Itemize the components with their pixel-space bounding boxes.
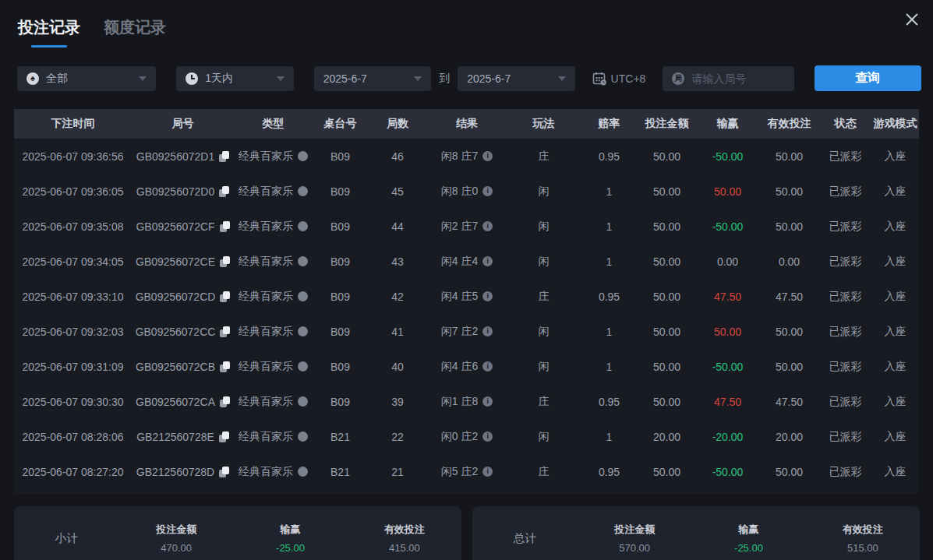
copy-icon[interactable] xyxy=(220,256,230,267)
date-to-picker[interactable]: 2025-6-7 xyxy=(458,66,574,91)
cell-play-text: 庄 xyxy=(539,150,550,164)
total-valid-bet-value: 515.00 xyxy=(806,542,920,554)
cell-round_id: GB09256072CB xyxy=(132,361,234,373)
cell-play: 庄 xyxy=(507,150,581,164)
tab-quota-records[interactable]: 额度记录 xyxy=(104,17,166,48)
cell-type: 经典百家乐 xyxy=(234,290,313,304)
cell-bet_amount: 50.00 xyxy=(638,220,696,233)
round-search-input[interactable] xyxy=(691,72,784,85)
cell-round_id: GB09256072CE xyxy=(132,255,234,268)
cell-odds: 0.95 xyxy=(581,291,638,303)
cell-time-text: 2025-06-07 09:34:05 xyxy=(23,255,124,268)
copy-icon[interactable] xyxy=(219,431,229,442)
cell-round_no-text: 45 xyxy=(391,185,404,198)
cell-win_loss-text: 50.00 xyxy=(714,185,741,198)
total-valid-bet-label: 有效投注 xyxy=(806,523,920,537)
cell-play: 闲 xyxy=(507,325,581,339)
cell-odds: 1 xyxy=(581,361,638,373)
time-range-select[interactable]: 1天内 xyxy=(176,66,293,91)
cell-mode-text: 入座 xyxy=(885,255,906,269)
cell-odds: 1 xyxy=(581,255,638,268)
cell-table_no: B21 xyxy=(313,466,368,478)
cell-play: 庄 xyxy=(507,465,581,479)
info-icon[interactable]: i xyxy=(482,291,493,301)
cell-time-text: 2025-06-07 09:30:30 xyxy=(23,396,124,408)
cell-round_no: 41 xyxy=(368,326,427,338)
total-win-loss-label: 输赢 xyxy=(691,523,805,537)
tab-betting-records[interactable]: 投注记录 xyxy=(18,17,80,48)
cell-round_no-text: 21 xyxy=(391,466,404,478)
cell-odds: 1 xyxy=(581,326,638,338)
column-header-4: 局数 xyxy=(368,117,427,131)
info-icon[interactable]: i xyxy=(482,361,493,372)
copy-icon[interactable] xyxy=(220,396,230,407)
cell-win_loss: -50.00 xyxy=(696,361,759,373)
info-icon[interactable]: i xyxy=(482,256,493,266)
cell-round_no: 42 xyxy=(368,291,427,303)
subtotal-win-loss: 输赢 -25.00 xyxy=(233,523,347,554)
info-icon[interactable]: i xyxy=(482,467,493,477)
cell-time: 2025-06-07 09:33:10 xyxy=(14,291,132,303)
cell-win_loss: -20.00 xyxy=(696,431,759,443)
cell-mode-text: 入座 xyxy=(885,430,906,444)
cell-status: 已派彩 xyxy=(819,430,871,444)
table-row: 2025-06-07 09:34:05GB09256072CE经典百家乐B094… xyxy=(14,244,919,279)
info-icon[interactable]: i xyxy=(482,326,493,336)
info-icon[interactable]: i xyxy=(482,396,493,407)
cell-bet_amount: 50.00 xyxy=(638,291,696,303)
cell-type-text: 经典百家乐 xyxy=(239,290,293,304)
copy-icon[interactable] xyxy=(219,151,229,162)
cell-status-text: 已派彩 xyxy=(829,220,862,234)
cell-win_loss: 47.50 xyxy=(696,291,759,303)
info-icon[interactable]: i xyxy=(482,151,493,161)
cell-win_loss: 50.00 xyxy=(696,326,759,338)
cell-valid_bet: 50.00 xyxy=(759,185,819,198)
game-badge-icon xyxy=(298,361,308,372)
cell-result-text: 闲8 庄7 xyxy=(441,150,478,164)
cell-time: 2025-06-07 09:32:03 xyxy=(14,326,132,338)
cell-result: 闲8 庄0i xyxy=(427,185,507,199)
cell-result-text: 闲2 庄7 xyxy=(441,220,478,234)
game-type-select[interactable]: ♠ 全部 xyxy=(17,66,156,91)
cell-round_id-text: GB09256072CF xyxy=(136,220,214,233)
cell-play: 闲 xyxy=(507,430,581,444)
info-icon[interactable]: i xyxy=(482,431,493,442)
cell-round_id: GB212560728E xyxy=(132,431,234,443)
cell-status: 已派彩 xyxy=(819,150,871,164)
subtotal-bet-amount-value: 470.00 xyxy=(119,542,233,554)
cell-mode-text: 入座 xyxy=(885,185,906,199)
cell-bet_amount: 50.00 xyxy=(638,326,696,338)
cell-round_no: 21 xyxy=(368,466,427,478)
copy-icon[interactable] xyxy=(219,186,229,197)
copy-icon[interactable] xyxy=(220,221,230,232)
table-header: 下注时间局号类型桌台号局数结果玩法赔率投注金额输赢有效投注状态游戏模式 xyxy=(14,109,919,139)
cell-valid_bet: 20.00 xyxy=(759,431,819,443)
cell-odds-text: 0.95 xyxy=(599,150,620,163)
date-from-picker[interactable]: 2025-6-7 xyxy=(314,66,431,91)
round-number-icon: 局 xyxy=(672,72,684,85)
search-button[interactable]: 查询 xyxy=(815,65,921,91)
close-button[interactable] xyxy=(902,9,922,30)
cell-play: 闲 xyxy=(507,255,581,269)
game-badge-icon xyxy=(298,221,308,231)
game-badge-icon xyxy=(298,256,308,266)
cell-bet_amount-text: 50.00 xyxy=(653,291,680,303)
cell-mode: 入座 xyxy=(871,395,919,409)
date-from-value: 2025-6-7 xyxy=(323,72,367,85)
cell-type-text: 经典百家乐 xyxy=(239,360,293,374)
copy-icon[interactable] xyxy=(220,291,230,302)
column-header-6: 玩法 xyxy=(507,117,581,131)
copy-icon[interactable] xyxy=(220,326,230,337)
info-icon[interactable]: i xyxy=(482,186,493,196)
cell-table_no-text: B09 xyxy=(330,326,350,338)
cell-status-text: 已派彩 xyxy=(829,255,862,269)
round-search-box[interactable]: 局 xyxy=(663,66,793,91)
cell-round_no: 39 xyxy=(368,396,427,408)
cell-time: 2025-06-07 09:36:05 xyxy=(14,185,132,198)
info-icon[interactable]: i xyxy=(482,221,493,231)
copy-icon[interactable] xyxy=(219,467,229,477)
copy-icon[interactable] xyxy=(220,361,230,372)
cell-type-text: 经典百家乐 xyxy=(239,255,293,269)
cell-valid_bet-text: 47.50 xyxy=(776,291,803,303)
cell-table_no: B09 xyxy=(313,255,368,268)
